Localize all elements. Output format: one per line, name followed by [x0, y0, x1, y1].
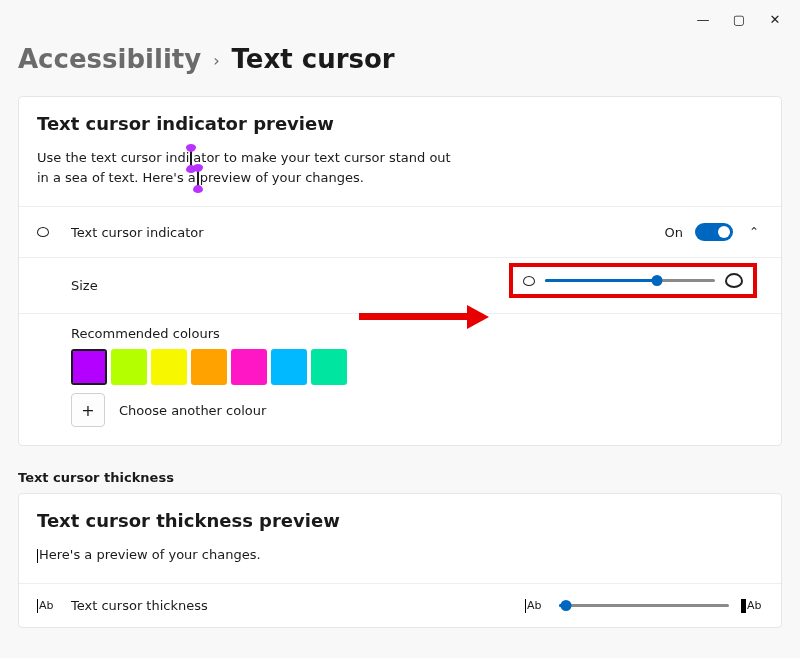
ab-thin-icon: Ab [525, 599, 547, 613]
size-small-icon [523, 276, 535, 286]
colour-swatch-5[interactable] [271, 349, 307, 385]
cursor-indicator-icon [37, 227, 71, 237]
preview-line1b: ator to make your text cursor stand out [193, 150, 450, 165]
colour-swatch-2[interactable] [151, 349, 187, 385]
annotation-highlight-box [509, 263, 757, 298]
text-cursor-indicator-icon [190, 150, 192, 167]
window-controls: — ▢ ✕ [678, 0, 800, 39]
preview-line2b: preview of your changes. [200, 170, 364, 185]
thickness-slider[interactable] [559, 604, 729, 607]
indicator-row-label: Text cursor indicator [71, 225, 664, 240]
thickness-preview-body: Here's a preview of your changes. [37, 545, 763, 565]
toggle-state-label: On [664, 225, 682, 240]
indicator-preview-card: Text cursor indicator preview Use the te… [18, 96, 782, 446]
maximize-button[interactable]: ▢ [732, 12, 746, 27]
thickness-card: Text cursor thickness preview Here's a p… [18, 493, 782, 628]
ab-thin-icon: Ab [37, 599, 59, 613]
indicator-preview-body: Use the text cursor indiator to make you… [37, 148, 763, 188]
minimize-button[interactable]: — [696, 12, 710, 27]
thickness-subheader: Text cursor thickness [18, 470, 782, 485]
add-colour-button[interactable]: + [71, 393, 105, 427]
chevron-right-icon: › [213, 51, 219, 70]
recommended-colours-label: Recommended colours [71, 326, 763, 341]
colour-swatch-3[interactable] [191, 349, 227, 385]
thickness-preview-title: Text cursor thickness preview [37, 510, 763, 531]
colour-swatch-4[interactable] [231, 349, 267, 385]
indicator-toggle-row: Text cursor indicator On ⌃ [19, 206, 781, 257]
size-large-icon [725, 273, 743, 288]
add-colour-label: Choose another colour [119, 403, 266, 418]
breadcrumb: Accessibility › Text cursor [18, 44, 782, 74]
colour-swatch-row [71, 349, 763, 385]
colors-block: Recommended colours + Choose another col… [19, 313, 781, 445]
annotation-arrow [359, 313, 469, 320]
colour-swatch-6[interactable] [311, 349, 347, 385]
ab-thick-icon: Ab [741, 599, 763, 613]
page-title: Text cursor [232, 44, 395, 74]
indicator-toggle[interactable] [695, 223, 733, 241]
breadcrumb-parent[interactable]: Accessibility [18, 44, 201, 74]
text-cursor-indicator-icon [197, 170, 199, 187]
colour-swatch-0[interactable] [71, 349, 107, 385]
preview-line2a: in a sea of text. Here's a [37, 170, 196, 185]
colour-swatch-1[interactable] [111, 349, 147, 385]
close-button[interactable]: ✕ [768, 12, 782, 27]
thin-cursor-icon [37, 549, 38, 563]
size-slider[interactable] [545, 279, 715, 282]
preview-line1a: Use the text cursor indi [37, 150, 189, 165]
chevron-up-icon[interactable]: ⌃ [745, 221, 763, 243]
thickness-row-label: Text cursor thickness [71, 598, 513, 613]
indicator-preview-title: Text cursor indicator preview [37, 113, 763, 134]
